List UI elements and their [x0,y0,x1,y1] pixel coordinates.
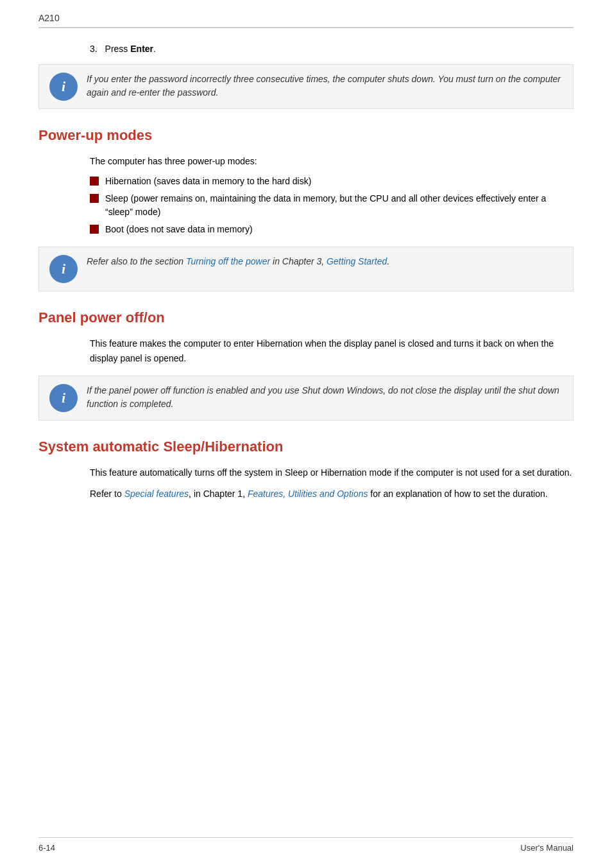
bullet-icon [90,225,99,234]
model-label: A210 [38,13,60,23]
step-text-before: Press [105,44,131,54]
note-text-1: If you enter the password incorrectly th… [87,73,563,100]
note2-link2[interactable]: Getting Started [327,256,387,266]
section-sleep-body: This feature automatically turns off the… [90,465,574,501]
section-powerup: Power-up modes The computer has three po… [38,127,574,291]
list-item: Sleep (power remains on, maintaining the… [90,192,574,219]
note-box-2: i Refer also to the section Turning off … [38,247,574,291]
page-header: A210 [38,13,574,28]
powerup-bullet-list: Hibernation (saves data in memory to the… [90,175,574,236]
section-powerup-body: The computer has three power-up modes: H… [90,154,574,236]
list-item-text: Hibernation (saves data in memory to the… [105,175,311,188]
step-text-after: . [153,44,156,54]
page-number: 6-14 [38,843,55,853]
info-icon-2: i [49,255,78,283]
section-panel-heading: Panel power off/on [38,309,574,326]
sleep-text-middle: , in Chapter 1, [189,489,248,499]
section-panel-body: This feature makes the computer to enter… [90,336,574,365]
info-icon-3: i [49,384,78,412]
note-box-1: i If you enter the password incorrectly … [38,64,574,109]
page: A210 3. Press Enter. i If you enter the … [0,0,612,868]
page-footer: 6-14 User's Manual [38,837,574,853]
note-text-2: Refer also to the section Turning off th… [87,255,389,268]
section-panel-intro: This feature makes the computer to enter… [90,336,574,365]
manual-title: User's Manual [520,843,574,853]
info-icon-1: i [49,73,78,101]
list-item: Hibernation (saves data in memory to the… [90,175,574,188]
sleep-link1[interactable]: Special features [124,489,189,499]
sleep-text-after: for an explanation of how to set the dur… [368,489,547,499]
note-text-3: If the panel power off function is enabl… [87,384,563,411]
section-sleep: System automatic Sleep/Hibernation This … [38,438,574,501]
list-item: Boot (does not save data in memory) [90,223,574,236]
bullet-icon [90,194,99,203]
step-text-bold: Enter [130,44,153,54]
section-sleep-heading: System automatic Sleep/Hibernation [38,438,574,455]
note2-text-middle: in Chapter 3, [270,256,327,266]
list-item-text: Boot (does not save data in memory) [105,223,253,236]
sleep-link2[interactable]: Features, Utilities and Options [248,489,368,499]
section-powerup-intro: The computer has three power-up modes: [90,154,574,168]
step-3: 3. Press Enter. [90,44,574,54]
step-number: 3. [90,44,98,54]
note2-text-before: Refer also to the section [87,256,186,266]
bullet-icon [90,177,99,186]
section-powerup-heading: Power-up modes [38,127,574,144]
note-box-3: i If the panel power off function is ena… [38,376,574,421]
note2-link1[interactable]: Turning off the power [186,256,270,266]
section-sleep-intro2: Refer to Special features, in Chapter 1,… [90,487,574,501]
list-item-text: Sleep (power remains on, maintaining the… [105,192,574,219]
section-sleep-intro1: This feature automatically turns off the… [90,465,574,480]
note2-text-after: . [387,256,389,266]
section-panel: Panel power off/on This feature makes th… [38,309,574,421]
sleep-text-before: Refer to [90,489,124,499]
